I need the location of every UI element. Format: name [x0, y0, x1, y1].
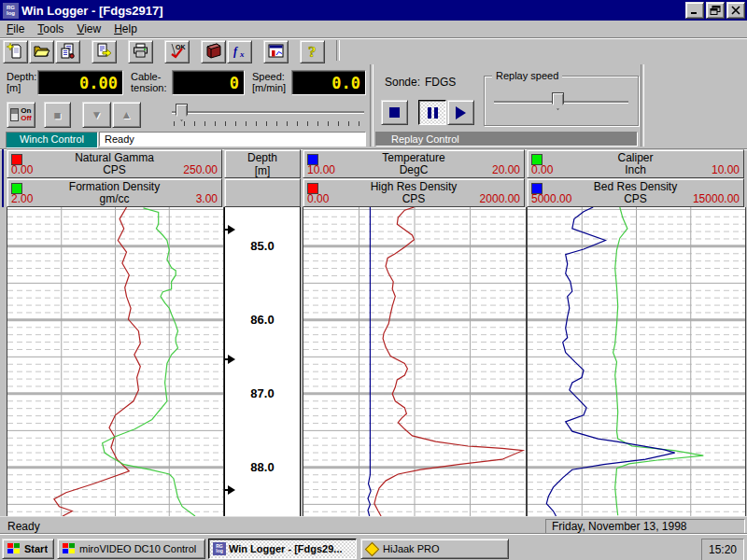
menu-tools[interactable]: Tools: [31, 21, 70, 37]
replay-control-label: Replay Control: [375, 132, 638, 147]
tray-clock: 15:20: [709, 543, 737, 556]
svg-text:f: f: [233, 45, 238, 58]
depth-label: Depth:[m]: [7, 71, 36, 93]
chart-area: 85.086.087.088.0: [0, 207, 747, 516]
replay-play-button[interactable]: [447, 100, 474, 125]
header-temperature: Temperature10.00DegC20.00: [303, 149, 525, 178]
open-icon: [33, 42, 50, 62]
sonde-label: Sonde:: [385, 77, 420, 88]
speed-display: 0.0: [291, 70, 366, 95]
winch-control-label: Winch Control: [6, 132, 98, 148]
save-copy-icon: [59, 42, 77, 62]
arrow-down-icon: ▼: [92, 108, 103, 121]
sonde-check-icon: OK: [167, 42, 187, 62]
replay-speed-group: Replay speed: [484, 76, 639, 126]
save-copy-button[interactable]: [55, 40, 80, 63]
logbook-icon: [204, 42, 223, 62]
slider-ticks: [174, 121, 362, 126]
replay-pause-button[interactable]: [418, 100, 446, 125]
replay-slider-thumb[interactable]: [552, 92, 564, 110]
slider-thumb[interactable]: [176, 104, 188, 121]
chart-window-icon: [267, 42, 285, 62]
chart-window-button[interactable]: [263, 40, 289, 63]
formation-density-curve: [103, 208, 195, 516]
header-bed-res-density: Bed Res Density5000.00CPS15000.00: [527, 178, 744, 207]
control-panel: Depth:[m] 0.00 Cable-tension: 0 Speed:[m…: [0, 63, 747, 149]
play-icon: [456, 106, 466, 119]
depth-tick-86.0: 86.0: [225, 313, 300, 327]
depth-marker-icon: [224, 485, 236, 497]
menu-bar: FileToolsViewHelp: [0, 21, 747, 38]
svg-text:?: ?: [308, 43, 317, 60]
panel-divider: [370, 64, 374, 147]
open-button[interactable]: [29, 40, 54, 63]
panel-divider-2: [641, 64, 644, 147]
chart-headers: Natural Gamma0.00CPS250.00Formation Dens…: [0, 149, 747, 207]
winch-status: Ready: [99, 132, 366, 147]
pause-icon: [428, 107, 438, 119]
start-button[interactable]: Start: [2, 539, 54, 559]
depth-tick-88.0: 88.0: [225, 460, 300, 474]
minimize-button[interactable]: [685, 2, 704, 19]
toolbar-separator: [336, 40, 340, 61]
status-date: Friday, November 13, 1998: [545, 519, 745, 534]
logbook-button[interactable]: [201, 40, 226, 63]
help-icon: ?: [303, 42, 321, 62]
depth-tick-87.0: 87.0: [225, 386, 300, 400]
new-document-icon: [7, 42, 24, 62]
header-high-res-density: High Res Density0.00CPS2000.00: [303, 178, 525, 207]
export-icon: [95, 42, 113, 62]
taskbar-task-hijaak-pro[interactable]: HiJaak PRO: [360, 539, 509, 559]
restore-icon: [710, 6, 721, 15]
depth-column: 85.086.087.088.0: [224, 207, 301, 516]
close-icon: [730, 6, 741, 15]
minimize-icon: [689, 6, 700, 15]
replay-stop-button[interactable]: [381, 100, 408, 125]
taskbar-task-mirovideo-dc10-control[interactable]: miroVIDEO DC10 Control: [57, 539, 205, 559]
menu-file[interactable]: File: [0, 21, 31, 37]
title-bar[interactable]: RG log Win Logger - [Fdgs2917]: [0, 0, 747, 21]
menu-view[interactable]: View: [70, 21, 107, 37]
export-button[interactable]: [92, 40, 117, 63]
winch-up-button[interactable]: ▲: [112, 102, 141, 128]
win-logger-window: RG log Win Logger - [Fdgs2917] FileTools…: [0, 0, 747, 560]
taskbar-task-win-logger-fdgs29-[interactable]: RGlogWin Logger - [Fdgs29...: [208, 539, 357, 559]
help-button[interactable]: ?: [300, 40, 325, 63]
sonde-value: FDGS: [425, 77, 456, 88]
depth-marker-icon: [224, 355, 236, 366]
stop-icon: ■: [54, 108, 62, 122]
menu-help[interactable]: Help: [107, 21, 144, 37]
header-caliper: Caliper0.00Inch10.00: [527, 149, 744, 178]
window-title: Win Logger - [Fdgs2917]: [21, 4, 684, 18]
header-natural-gamma: Natural Gamma0.00CPS250.00: [7, 149, 222, 178]
depth-tick-85.0: 85.0: [225, 239, 300, 253]
winch-speed-slider[interactable]: [172, 104, 364, 126]
log-track-2: [303, 207, 527, 516]
sonde-check-button[interactable]: OK: [164, 40, 190, 63]
winch-onoff-button[interactable]: OnOff: [7, 102, 35, 128]
function-button[interactable]: fx: [227, 40, 252, 63]
close-button[interactable]: [726, 2, 745, 19]
restore-button[interactable]: [706, 2, 725, 19]
app-icon: RG log: [3, 3, 19, 19]
winch-stop-button[interactable]: ■: [44, 102, 71, 128]
status-bar: Ready Friday, November 13, 1998: [0, 516, 747, 534]
speed-label: Speed:[m/min]: [252, 71, 286, 93]
taskbar: Start miroVIDEO DC10 ControlRGlogWin Log…: [0, 534, 747, 560]
function-icon: fx: [231, 42, 248, 62]
header-depth: Depth[m]: [224, 149, 301, 178]
winch-down-button[interactable]: ▼: [82, 102, 111, 128]
depth-marker-icon: [224, 225, 236, 236]
replay-speed-label: Replay speed: [492, 70, 562, 81]
log-track-1: [7, 207, 224, 516]
print-button[interactable]: [128, 40, 153, 63]
system-tray: 15:20: [701, 539, 744, 560]
cable-tension-display: 0: [172, 70, 245, 95]
rocker-switch-icon: [10, 108, 19, 121]
new-document-button[interactable]: [3, 40, 28, 63]
slider-channel: [172, 111, 364, 113]
cable-tension-label: Cable-tension:: [131, 71, 167, 93]
header-formation-density: Formation Density2.00gm/cc3.00: [7, 178, 222, 207]
print-icon: [132, 42, 149, 62]
arrow-up-icon: ▲: [121, 108, 133, 121]
